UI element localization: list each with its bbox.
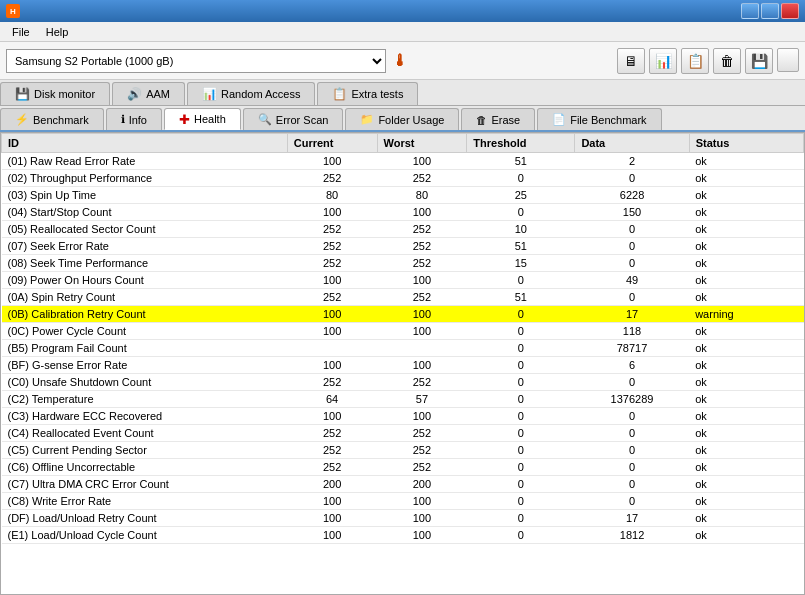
- cell-threshold: 0: [467, 204, 575, 221]
- cell-id: (07) Seek Error Rate: [2, 238, 288, 255]
- cell-current: 100: [287, 306, 377, 323]
- cell-id: (C3) Hardware ECC Recovered: [2, 408, 288, 425]
- tab-random-access[interactable]: 📊 Random Access: [187, 82, 315, 105]
- cell-id: (C4) Reallocated Event Count: [2, 425, 288, 442]
- cell-data: 49: [575, 272, 689, 289]
- col-header-worst: Worst: [377, 134, 467, 153]
- cell-data: 2: [575, 153, 689, 170]
- maximize-button[interactable]: [761, 3, 779, 19]
- table-row: (0C) Power Cycle Count1001000118ok: [2, 323, 804, 340]
- cell-threshold: 15: [467, 255, 575, 272]
- cell-worst: 100: [377, 493, 467, 510]
- cell-threshold: 0: [467, 459, 575, 476]
- drive-selector[interactable]: Samsung S2 Portable (1000 gB): [6, 49, 386, 73]
- cell-data: 0: [575, 442, 689, 459]
- table-header-row: ID Current Worst Threshold Data Status: [2, 134, 804, 153]
- cell-data: 17: [575, 510, 689, 527]
- cell-data: 17: [575, 306, 689, 323]
- tab-folder-usage[interactable]: 📁 Folder Usage: [345, 108, 459, 130]
- aam-icon: 🔊: [127, 87, 142, 101]
- cell-data: 0: [575, 425, 689, 442]
- cell-worst: 252: [377, 425, 467, 442]
- cell-id: (C8) Write Error Rate: [2, 493, 288, 510]
- cell-id: (C6) Offline Uncorrectable: [2, 459, 288, 476]
- cell-worst: 252: [377, 170, 467, 187]
- cell-threshold: 0: [467, 391, 575, 408]
- cell-threshold: 0: [467, 442, 575, 459]
- tab-extra-tests[interactable]: 📋 Extra tests: [317, 82, 418, 105]
- cell-worst: 100: [377, 306, 467, 323]
- cell-threshold: 25: [467, 187, 575, 204]
- titlebar: H: [0, 0, 805, 22]
- cell-data: 0: [575, 255, 689, 272]
- table-row: (09) Power On Hours Count100100049ok: [2, 272, 804, 289]
- health-quick-btn[interactable]: 🖥: [617, 48, 645, 74]
- exit-button[interactable]: [777, 48, 799, 72]
- tab-aam[interactable]: 🔊 AAM: [112, 82, 185, 105]
- tab-extra-tests-label: Extra tests: [351, 88, 403, 100]
- table-row: (C5) Current Pending Sector25225200ok: [2, 442, 804, 459]
- cell-data: 0: [575, 459, 689, 476]
- cell-status: ok: [689, 408, 803, 425]
- tab-random-access-label: Random Access: [221, 88, 300, 100]
- tab-error-scan[interactable]: 🔍 Error Scan: [243, 108, 344, 130]
- cell-status: ok: [689, 272, 803, 289]
- health-content: ID Current Worst Threshold Data Status (…: [0, 132, 805, 595]
- save-quick-btn[interactable]: 💾: [745, 48, 773, 74]
- cell-current: 100: [287, 357, 377, 374]
- cell-current: 64: [287, 391, 377, 408]
- tab-erase[interactable]: 🗑 Erase: [461, 108, 535, 130]
- close-button[interactable]: [781, 3, 799, 19]
- cell-threshold: 0: [467, 340, 575, 357]
- table-row: (05) Reallocated Sector Count252252100ok: [2, 221, 804, 238]
- cell-worst: 252: [377, 238, 467, 255]
- cell-worst: 252: [377, 459, 467, 476]
- table-row: (C3) Hardware ECC Recovered10010000ok: [2, 408, 804, 425]
- tab-health[interactable]: ✚ Health: [164, 108, 241, 130]
- tab-file-benchmark[interactable]: 📄 File Benchmark: [537, 108, 661, 130]
- tab-file-benchmark-label: File Benchmark: [570, 114, 646, 126]
- file-benchmark-icon: 📄: [552, 113, 566, 126]
- cell-id: (04) Start/Stop Count: [2, 204, 288, 221]
- table-scroll-area[interactable]: ID Current Worst Threshold Data Status (…: [1, 133, 804, 594]
- erase-quick-btn[interactable]: 🗑: [713, 48, 741, 74]
- cell-current: 252: [287, 442, 377, 459]
- cell-worst: 100: [377, 527, 467, 544]
- cell-status: ok: [689, 187, 803, 204]
- menu-help[interactable]: Help: [38, 24, 77, 40]
- cell-threshold: 0: [467, 170, 575, 187]
- table-row: (B5) Program Fail Count078717ok: [2, 340, 804, 357]
- cell-status: ok: [689, 374, 803, 391]
- tab-disk-monitor[interactable]: 💾 Disk monitor: [0, 82, 110, 105]
- info-quick-btn[interactable]: 📋: [681, 48, 709, 74]
- cell-current: 100: [287, 272, 377, 289]
- cell-worst: 252: [377, 442, 467, 459]
- table-row: (C8) Write Error Rate10010000ok: [2, 493, 804, 510]
- cell-status: ok: [689, 221, 803, 238]
- cell-status: ok: [689, 391, 803, 408]
- cell-id: (C5) Current Pending Sector: [2, 442, 288, 459]
- cell-worst: 252: [377, 221, 467, 238]
- cell-status: ok: [689, 459, 803, 476]
- cell-id: (02) Throughput Performance: [2, 170, 288, 187]
- cell-worst: 100: [377, 204, 467, 221]
- tab-benchmark[interactable]: ⚡ Benchmark: [0, 108, 104, 130]
- menu-file[interactable]: File: [4, 24, 38, 40]
- tab-info[interactable]: ℹ Info: [106, 108, 162, 130]
- cell-id: (08) Seek Time Performance: [2, 255, 288, 272]
- cell-current: 200: [287, 476, 377, 493]
- tab-info-label: Info: [129, 114, 147, 126]
- tab-health-label: Health: [194, 113, 226, 125]
- cell-worst: 100: [377, 272, 467, 289]
- benchmark-quick-btn[interactable]: 📊: [649, 48, 677, 74]
- table-row: (02) Throughput Performance25225200ok: [2, 170, 804, 187]
- info-icon: ℹ: [121, 113, 125, 126]
- cell-threshold: 0: [467, 357, 575, 374]
- table-row: (04) Start/Stop Count1001000150ok: [2, 204, 804, 221]
- cell-id: (05) Reallocated Sector Count: [2, 221, 288, 238]
- cell-threshold: 0: [467, 476, 575, 493]
- extra-tests-icon: 📋: [332, 87, 347, 101]
- cell-current: 100: [287, 204, 377, 221]
- minimize-button[interactable]: [741, 3, 759, 19]
- cell-id: (BF) G-sense Error Rate: [2, 357, 288, 374]
